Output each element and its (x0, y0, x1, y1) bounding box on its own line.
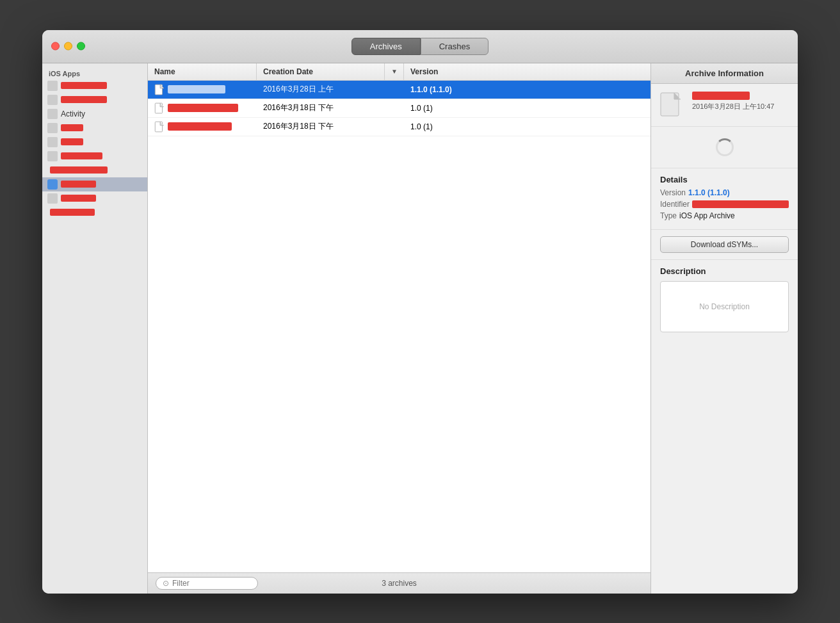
app-icon-4 (47, 123, 58, 133)
sidebar-section-ios-apps: iOS Apps (42, 67, 147, 79)
download-dsyms-button[interactable]: Download dSYMs... (660, 236, 789, 253)
svg-rect-4 (47, 137, 58, 147)
table-row[interactable]: 2016年3月18日 下午 1.0 (1) (148, 99, 650, 118)
row1-name (168, 85, 225, 93)
archive-count: 3 archives (382, 579, 417, 588)
file-icon (154, 84, 165, 95)
svg-rect-6 (47, 193, 58, 204)
sidebar-item-1-label (61, 82, 107, 89)
cell-spacer-1 (385, 86, 404, 93)
svg-rect-2 (47, 109, 58, 119)
table-row[interactable]: 2016年3月18日 下午 1.0 (1) (148, 118, 650, 136)
type-label: Type (660, 211, 677, 220)
row3-name (168, 122, 232, 131)
identifier-label: Identifier (660, 200, 690, 209)
tab-crashes[interactable]: Crashes (421, 38, 489, 55)
filter-input-wrap[interactable]: ⊙ (156, 577, 258, 590)
sidebar-item-9-label (61, 195, 96, 202)
sidebar-item-5-label (61, 138, 83, 145)
sidebar-item-4-label (61, 124, 83, 131)
details-section: Details Version 1.1.0 (1.1.0) Identifier… (651, 168, 798, 230)
sidebar-item-activity-label: Activity (61, 109, 85, 118)
archive-info-top: 2016年3月28日 上午10:47 (651, 84, 798, 127)
filter-icon: ⊙ (163, 579, 169, 588)
cell-name-1 (148, 81, 257, 99)
cell-name-3 (148, 118, 257, 136)
col-header-creation-date[interactable]: Creation Date (257, 63, 385, 80)
content-area: Name Creation Date ▼ Version (148, 63, 650, 594)
cell-version-3: 1.0 (1) (404, 119, 650, 134)
description-box: No Description (660, 281, 789, 332)
cell-version-2: 1.0 (1) (404, 101, 650, 116)
cell-date-2: 2016年3月18日 下午 (257, 99, 385, 117)
col-header-name[interactable]: Name (148, 63, 257, 80)
sort-arrow-icon: ▼ (391, 68, 398, 75)
col-header-sort-arrow[interactable]: ▼ (385, 63, 404, 80)
file-icon (154, 102, 165, 114)
tab-archives[interactable]: Archives (351, 38, 421, 55)
svg-rect-5 (47, 151, 58, 161)
version-value: 1.1.0 (1.1.0) (688, 188, 730, 197)
sidebar-item-9[interactable] (42, 191, 147, 206)
download-btn-wrap: Download dSYMs... (651, 230, 798, 260)
description-title: Description (660, 266, 789, 276)
sidebar-item-2[interactable] (42, 93, 147, 107)
app-icon-activity (47, 109, 58, 119)
cell-spacer-2 (385, 105, 404, 111)
sidebar-item-8-label (61, 181, 96, 188)
panel-header: Archive Information (651, 63, 798, 84)
sidebar-item-8[interactable] (42, 177, 147, 191)
maximize-button[interactable] (77, 42, 85, 51)
filter-input[interactable] (172, 579, 251, 588)
spinner-area (651, 127, 798, 168)
sidebar-item-7[interactable] (42, 163, 147, 177)
minimize-button[interactable] (64, 42, 72, 51)
sidebar-item-6-label (61, 152, 102, 159)
cell-date-3: 2016年3月18日 下午 (257, 118, 385, 135)
file-icon (154, 121, 165, 133)
description-placeholder: No Description (699, 302, 750, 311)
version-label: Version (660, 188, 686, 197)
tab-group: Archives Crashes (351, 38, 489, 55)
sidebar-item-activity[interactable]: Activity (42, 107, 147, 121)
close-button[interactable] (51, 42, 60, 51)
sidebar-item-10[interactable] (42, 206, 147, 220)
type-value: iOS App Archive (679, 211, 735, 220)
cell-name-2 (148, 99, 257, 117)
svg-rect-3 (47, 123, 58, 133)
table-row[interactable]: 2016年3月28日 上午 1.1.0 (1.1.0) (148, 81, 650, 99)
sidebar-item-5[interactable] (42, 135, 147, 149)
sidebar-item-2-label (61, 96, 107, 103)
archive-name-redacted (692, 92, 750, 100)
cell-spacer-3 (385, 124, 404, 130)
app-icon-2 (47, 95, 58, 105)
archive-title: 2016年3月28日 上午10:47 (692, 92, 774, 111)
archive-thumbnail (659, 92, 686, 118)
right-panel: Archive Information 2016年3月28日 上午10:47 (650, 63, 798, 594)
details-title: Details (660, 175, 789, 184)
titlebar: Archives Crashes (42, 30, 798, 63)
footer-bar: ⊙ 3 archives (148, 572, 650, 594)
main-window: Archives Crashes iOS Apps Activity (42, 30, 798, 594)
sidebar-item-4[interactable] (42, 121, 147, 135)
sidebar-item-1[interactable] (42, 79, 147, 93)
table-header: Name Creation Date ▼ Version (148, 63, 650, 81)
sidebar-item-7-label (50, 166, 108, 174)
app-icon-1 (47, 81, 58, 91)
description-section: Description No Description (651, 260, 798, 594)
app-icon-8 (47, 179, 58, 190)
col-header-version[interactable]: Version (404, 63, 650, 80)
sidebar-item-6[interactable] (42, 149, 147, 163)
loading-spinner (716, 138, 734, 156)
table-body: 2016年3月28日 上午 1.1.0 (1.1.0) (148, 81, 650, 572)
cell-version-1: 1.1.0 (1.1.0) (404, 82, 650, 97)
svg-rect-1 (47, 95, 58, 105)
app-icon-6 (47, 151, 58, 161)
identifier-value-redacted (692, 200, 789, 208)
row2-name (168, 104, 238, 112)
main-area: iOS Apps Activity (42, 63, 798, 594)
cell-date-1: 2016年3月28日 上午 (257, 81, 385, 98)
detail-row-identifier: Identifier (660, 200, 789, 209)
sidebar: iOS Apps Activity (42, 63, 148, 594)
app-icon-5 (47, 137, 58, 147)
